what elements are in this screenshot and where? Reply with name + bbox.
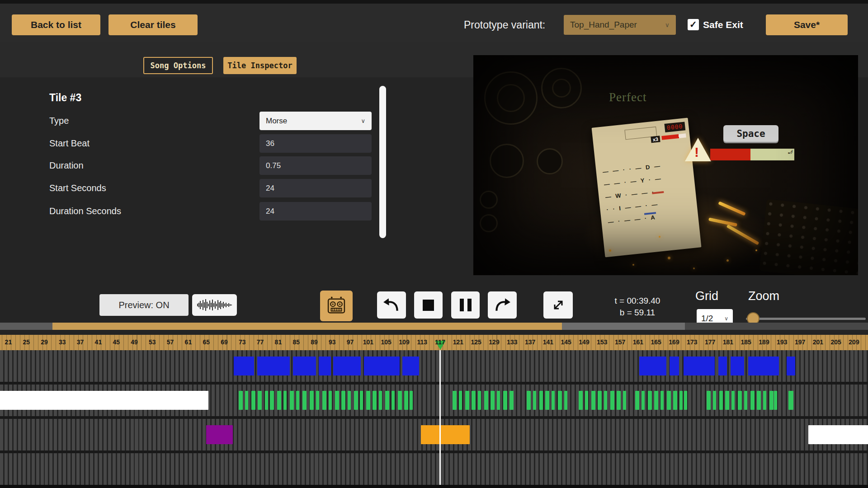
timeline-tile-green[interactable]	[379, 391, 382, 410]
timeline-tile-green[interactable]	[533, 391, 536, 410]
timeline-tile-green[interactable]	[617, 391, 621, 410]
timeline-tile-green[interactable]	[738, 391, 742, 410]
timeline-tile-green[interactable]	[684, 391, 687, 410]
timeline-tile-green[interactable]	[322, 391, 326, 410]
timeline-tile-green[interactable]	[552, 391, 555, 410]
duration-field[interactable]	[259, 156, 372, 175]
timeline-tile-blue[interactable]	[364, 357, 400, 375]
timeline-tile-green[interactable]	[465, 391, 469, 410]
scrub-bar[interactable]	[0, 323, 868, 330]
timeline-tile-white[interactable]	[0, 391, 208, 410]
timeline-tile-green[interactable]	[719, 391, 723, 410]
timeline-tile-green[interactable]	[539, 391, 543, 410]
timeline-tile-green[interactable]	[348, 391, 351, 410]
timeline-tile-green[interactable]	[673, 391, 677, 410]
timeline-tile-green[interactable]	[610, 391, 614, 410]
waveform-button[interactable]	[192, 294, 237, 316]
timeline-tile-green[interactable]	[769, 391, 774, 410]
timeline-tile-green[interactable]	[354, 391, 358, 410]
timeline-tile-blue[interactable]	[731, 357, 744, 375]
timeline-tile-green[interactable]	[579, 391, 583, 410]
timeline-tile-blue[interactable]	[748, 357, 779, 375]
timeline-tile-blue[interactable]	[333, 357, 361, 375]
timeline-tile-blue[interactable]	[639, 357, 666, 375]
start-seconds-field[interactable]	[259, 179, 372, 197]
fullscreen-button[interactable]	[543, 291, 573, 319]
timeline-tile-green[interactable]	[310, 391, 314, 410]
timeline-tile-purple[interactable]	[206, 425, 233, 444]
save-button[interactable]: Save*	[766, 14, 848, 35]
timeline-tile-blue[interactable]	[684, 357, 715, 375]
timeline-tile-blue[interactable]	[670, 357, 679, 375]
timeline-tile-green[interactable]	[491, 391, 495, 410]
track-row-2[interactable]	[0, 385, 868, 416]
timeline-tile-green[interactable]	[604, 391, 607, 410]
timeline-tile-green[interactable]	[239, 391, 243, 410]
timeline-tile-green[interactable]	[258, 391, 262, 410]
tab-tile-inspector[interactable]: Tile Inspector	[223, 57, 297, 74]
robot-button[interactable]	[320, 291, 353, 321]
timeline-tile-green[interactable]	[385, 391, 389, 410]
timeline-tile-green[interactable]	[459, 391, 462, 410]
timeline-tile-green[interactable]	[713, 391, 716, 410]
track-row-1[interactable]	[0, 350, 868, 382]
timeline-tile-blue[interactable]	[787, 357, 795, 375]
inspector-scrollbar[interactable]	[379, 86, 386, 238]
duration-seconds-field[interactable]	[259, 202, 372, 221]
timeline-tile-green[interactable]	[660, 391, 664, 410]
timeline-tile-green[interactable]	[731, 391, 735, 410]
timeline-tile-green[interactable]	[373, 391, 377, 410]
start-beat-field[interactable]	[259, 134, 372, 153]
timeline-tile-green[interactable]	[392, 391, 395, 410]
timeline-tile-green[interactable]	[750, 391, 755, 410]
timeline-tile-blue[interactable]	[257, 357, 290, 375]
timeline-tile-green[interactable]	[774, 391, 777, 410]
preview-toggle-button[interactable]: Preview: ON	[99, 294, 189, 316]
timeline-tile-green[interactable]	[316, 391, 319, 410]
timeline-tile-blue[interactable]	[402, 357, 419, 375]
timeline-tile-green[interactable]	[623, 391, 626, 410]
timeline-tile-green[interactable]	[598, 391, 602, 410]
prototype-variant-select[interactable]: Top_Hand_Paper ∨	[564, 15, 676, 35]
timeline-tile-green[interactable]	[341, 391, 345, 410]
safe-exit-checkbox[interactable]: ✓	[688, 19, 699, 30]
timeline-tile-green[interactable]	[527, 391, 531, 410]
pause-button[interactable]	[451, 291, 480, 319]
timeline-tile-green[interactable]	[472, 391, 476, 410]
zoom-slider-track[interactable]	[746, 318, 866, 320]
type-select[interactable]: Morse ∨	[259, 112, 372, 130]
timeline-tile-green[interactable]	[654, 391, 658, 410]
timeline-tile-green[interactable]	[558, 391, 562, 410]
timeline-tile-green[interactable]	[270, 391, 274, 410]
timeline-tile-green[interactable]	[679, 391, 683, 410]
timeline-tile-blue[interactable]	[319, 357, 331, 375]
timeline-tile-green[interactable]	[725, 391, 729, 410]
timeline-tile-green[interactable]	[251, 391, 255, 410]
timeline-tile-green[interactable]	[366, 391, 370, 410]
track-row-3[interactable]	[0, 419, 868, 450]
timeline-tile-green[interactable]	[585, 391, 588, 410]
timeline-tile-green[interactable]	[503, 391, 507, 410]
timeline-tile-green[interactable]	[635, 391, 639, 410]
timeline-tile-green[interactable]	[302, 391, 307, 410]
timeline-tile-green[interactable]	[329, 391, 332, 410]
undo-button[interactable]	[377, 291, 406, 319]
timeline-tile-orange[interactable]	[421, 425, 470, 444]
timeline-tile-green[interactable]	[265, 391, 268, 410]
back-to-list-button[interactable]: Back to list	[12, 14, 100, 35]
track-row-4[interactable]	[0, 453, 868, 485]
timeline-tile-green[interactable]	[788, 391, 793, 410]
timeline-tile-green[interactable]	[245, 391, 248, 410]
timeline-tile-green[interactable]	[763, 391, 766, 410]
timeline-tile-green[interactable]	[667, 391, 671, 410]
timeline-tile-white[interactable]	[808, 425, 868, 444]
timeline-tile-green[interactable]	[591, 391, 595, 410]
timeline-tile-green[interactable]	[478, 391, 481, 410]
timeline-tile-green[interactable]	[410, 391, 413, 410]
timeline-tile-green[interactable]	[290, 391, 294, 410]
timeline-tile-green[interactable]	[757, 391, 761, 410]
timeline-tile-green[interactable]	[404, 391, 408, 410]
tab-song-options[interactable]: Song Options	[143, 57, 213, 74]
timeline-tile-green[interactable]	[545, 391, 549, 410]
timeline-tile-blue[interactable]	[293, 357, 316, 375]
